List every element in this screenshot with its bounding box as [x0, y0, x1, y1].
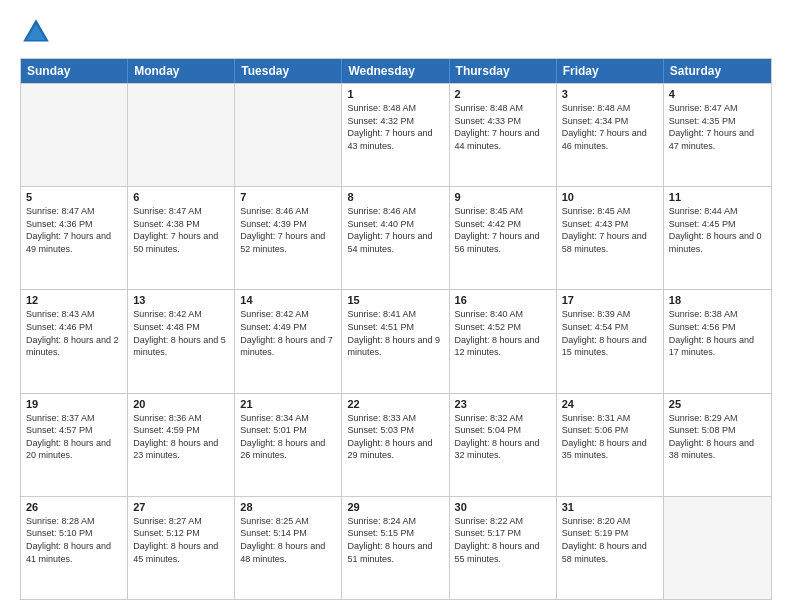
cell-info: Sunrise: 8:39 AM Sunset: 4:54 PM Dayligh… — [562, 308, 658, 358]
header-day-thursday: Thursday — [450, 59, 557, 83]
cal-cell-1-5: 2Sunrise: 8:48 AM Sunset: 4:33 PM Daylig… — [450, 84, 557, 186]
cell-info: Sunrise: 8:45 AM Sunset: 4:42 PM Dayligh… — [455, 205, 551, 255]
day-number: 10 — [562, 191, 658, 203]
cal-cell-3-7: 18Sunrise: 8:38 AM Sunset: 4:56 PM Dayli… — [664, 290, 771, 392]
day-number: 13 — [133, 294, 229, 306]
cell-info: Sunrise: 8:40 AM Sunset: 4:52 PM Dayligh… — [455, 308, 551, 358]
cal-cell-5-5: 30Sunrise: 8:22 AM Sunset: 5:17 PM Dayli… — [450, 497, 557, 599]
cal-cell-1-7: 4Sunrise: 8:47 AM Sunset: 4:35 PM Daylig… — [664, 84, 771, 186]
day-number: 21 — [240, 398, 336, 410]
cal-cell-2-5: 9Sunrise: 8:45 AM Sunset: 4:42 PM Daylig… — [450, 187, 557, 289]
day-number: 22 — [347, 398, 443, 410]
day-number: 2 — [455, 88, 551, 100]
cell-info: Sunrise: 8:46 AM Sunset: 4:39 PM Dayligh… — [240, 205, 336, 255]
header-day-wednesday: Wednesday — [342, 59, 449, 83]
cell-info: Sunrise: 8:24 AM Sunset: 5:15 PM Dayligh… — [347, 515, 443, 565]
day-number: 5 — [26, 191, 122, 203]
header-day-monday: Monday — [128, 59, 235, 83]
cal-cell-5-6: 31Sunrise: 8:20 AM Sunset: 5:19 PM Dayli… — [557, 497, 664, 599]
logo — [20, 16, 56, 48]
header-day-tuesday: Tuesday — [235, 59, 342, 83]
cell-info: Sunrise: 8:43 AM Sunset: 4:46 PM Dayligh… — [26, 308, 122, 358]
cell-info: Sunrise: 8:36 AM Sunset: 4:59 PM Dayligh… — [133, 412, 229, 462]
cell-info: Sunrise: 8:47 AM Sunset: 4:38 PM Dayligh… — [133, 205, 229, 255]
cal-cell-3-6: 17Sunrise: 8:39 AM Sunset: 4:54 PM Dayli… — [557, 290, 664, 392]
day-number: 14 — [240, 294, 336, 306]
cell-info: Sunrise: 8:34 AM Sunset: 5:01 PM Dayligh… — [240, 412, 336, 462]
cell-info: Sunrise: 8:44 AM Sunset: 4:45 PM Dayligh… — [669, 205, 766, 255]
calendar-header: SundayMondayTuesdayWednesdayThursdayFrid… — [21, 59, 771, 83]
day-number: 18 — [669, 294, 766, 306]
day-number: 20 — [133, 398, 229, 410]
cal-cell-4-2: 20Sunrise: 8:36 AM Sunset: 4:59 PM Dayli… — [128, 394, 235, 496]
cal-cell-2-6: 10Sunrise: 8:45 AM Sunset: 4:43 PM Dayli… — [557, 187, 664, 289]
cal-cell-4-7: 25Sunrise: 8:29 AM Sunset: 5:08 PM Dayli… — [664, 394, 771, 496]
cal-cell-2-2: 6Sunrise: 8:47 AM Sunset: 4:38 PM Daylig… — [128, 187, 235, 289]
cal-cell-5-3: 28Sunrise: 8:25 AM Sunset: 5:14 PM Dayli… — [235, 497, 342, 599]
cal-cell-4-1: 19Sunrise: 8:37 AM Sunset: 4:57 PM Dayli… — [21, 394, 128, 496]
cell-info: Sunrise: 8:27 AM Sunset: 5:12 PM Dayligh… — [133, 515, 229, 565]
calendar-row-3: 12Sunrise: 8:43 AM Sunset: 4:46 PM Dayli… — [21, 289, 771, 392]
cell-info: Sunrise: 8:22 AM Sunset: 5:17 PM Dayligh… — [455, 515, 551, 565]
day-number: 19 — [26, 398, 122, 410]
cal-cell-3-3: 14Sunrise: 8:42 AM Sunset: 4:49 PM Dayli… — [235, 290, 342, 392]
day-number: 25 — [669, 398, 766, 410]
cal-cell-1-1 — [21, 84, 128, 186]
cell-info: Sunrise: 8:31 AM Sunset: 5:06 PM Dayligh… — [562, 412, 658, 462]
cal-cell-1-3 — [235, 84, 342, 186]
cell-info: Sunrise: 8:42 AM Sunset: 4:48 PM Dayligh… — [133, 308, 229, 358]
cell-info: Sunrise: 8:42 AM Sunset: 4:49 PM Dayligh… — [240, 308, 336, 358]
cal-cell-2-4: 8Sunrise: 8:46 AM Sunset: 4:40 PM Daylig… — [342, 187, 449, 289]
day-number: 7 — [240, 191, 336, 203]
cell-info: Sunrise: 8:29 AM Sunset: 5:08 PM Dayligh… — [669, 412, 766, 462]
cell-info: Sunrise: 8:47 AM Sunset: 4:36 PM Dayligh… — [26, 205, 122, 255]
day-number: 26 — [26, 501, 122, 513]
cal-cell-2-1: 5Sunrise: 8:47 AM Sunset: 4:36 PM Daylig… — [21, 187, 128, 289]
cal-cell-1-2 — [128, 84, 235, 186]
day-number: 31 — [562, 501, 658, 513]
calendar: SundayMondayTuesdayWednesdayThursdayFrid… — [20, 58, 772, 600]
cell-info: Sunrise: 8:47 AM Sunset: 4:35 PM Dayligh… — [669, 102, 766, 152]
day-number: 1 — [347, 88, 443, 100]
cal-cell-4-3: 21Sunrise: 8:34 AM Sunset: 5:01 PM Dayli… — [235, 394, 342, 496]
cal-cell-3-4: 15Sunrise: 8:41 AM Sunset: 4:51 PM Dayli… — [342, 290, 449, 392]
cell-info: Sunrise: 8:33 AM Sunset: 5:03 PM Dayligh… — [347, 412, 443, 462]
cell-info: Sunrise: 8:25 AM Sunset: 5:14 PM Dayligh… — [240, 515, 336, 565]
calendar-row-4: 19Sunrise: 8:37 AM Sunset: 4:57 PM Dayli… — [21, 393, 771, 496]
cal-cell-5-7 — [664, 497, 771, 599]
logo-icon — [20, 16, 52, 48]
day-number: 24 — [562, 398, 658, 410]
cal-cell-4-4: 22Sunrise: 8:33 AM Sunset: 5:03 PM Dayli… — [342, 394, 449, 496]
cal-cell-4-6: 24Sunrise: 8:31 AM Sunset: 5:06 PM Dayli… — [557, 394, 664, 496]
calendar-row-1: 1Sunrise: 8:48 AM Sunset: 4:32 PM Daylig… — [21, 83, 771, 186]
cell-info: Sunrise: 8:32 AM Sunset: 5:04 PM Dayligh… — [455, 412, 551, 462]
day-number: 8 — [347, 191, 443, 203]
calendar-row-2: 5Sunrise: 8:47 AM Sunset: 4:36 PM Daylig… — [21, 186, 771, 289]
cell-info: Sunrise: 8:37 AM Sunset: 4:57 PM Dayligh… — [26, 412, 122, 462]
calendar-row-5: 26Sunrise: 8:28 AM Sunset: 5:10 PM Dayli… — [21, 496, 771, 599]
cell-info: Sunrise: 8:20 AM Sunset: 5:19 PM Dayligh… — [562, 515, 658, 565]
day-number: 9 — [455, 191, 551, 203]
cell-info: Sunrise: 8:48 AM Sunset: 4:32 PM Dayligh… — [347, 102, 443, 152]
cal-cell-2-3: 7Sunrise: 8:46 AM Sunset: 4:39 PM Daylig… — [235, 187, 342, 289]
cal-cell-3-5: 16Sunrise: 8:40 AM Sunset: 4:52 PM Dayli… — [450, 290, 557, 392]
header — [20, 16, 772, 48]
day-number: 23 — [455, 398, 551, 410]
day-number: 15 — [347, 294, 443, 306]
cell-info: Sunrise: 8:41 AM Sunset: 4:51 PM Dayligh… — [347, 308, 443, 358]
cal-cell-2-7: 11Sunrise: 8:44 AM Sunset: 4:45 PM Dayli… — [664, 187, 771, 289]
cal-cell-3-1: 12Sunrise: 8:43 AM Sunset: 4:46 PM Dayli… — [21, 290, 128, 392]
cell-info: Sunrise: 8:46 AM Sunset: 4:40 PM Dayligh… — [347, 205, 443, 255]
day-number: 16 — [455, 294, 551, 306]
cal-cell-1-6: 3Sunrise: 8:48 AM Sunset: 4:34 PM Daylig… — [557, 84, 664, 186]
cal-cell-5-1: 26Sunrise: 8:28 AM Sunset: 5:10 PM Dayli… — [21, 497, 128, 599]
day-number: 3 — [562, 88, 658, 100]
cell-info: Sunrise: 8:38 AM Sunset: 4:56 PM Dayligh… — [669, 308, 766, 358]
day-number: 6 — [133, 191, 229, 203]
calendar-body: 1Sunrise: 8:48 AM Sunset: 4:32 PM Daylig… — [21, 83, 771, 599]
day-number: 17 — [562, 294, 658, 306]
header-day-sunday: Sunday — [21, 59, 128, 83]
cell-info: Sunrise: 8:28 AM Sunset: 5:10 PM Dayligh… — [26, 515, 122, 565]
cell-info: Sunrise: 8:45 AM Sunset: 4:43 PM Dayligh… — [562, 205, 658, 255]
cal-cell-5-2: 27Sunrise: 8:27 AM Sunset: 5:12 PM Dayli… — [128, 497, 235, 599]
